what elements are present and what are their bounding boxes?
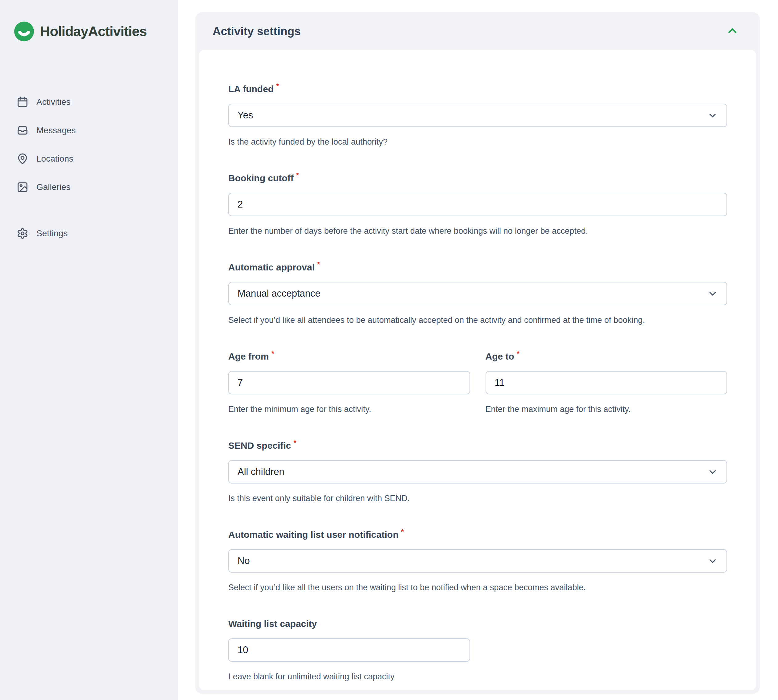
- map-pin-icon: [17, 153, 28, 165]
- calendar-icon: [17, 96, 28, 108]
- field-send-specific: SEND specific* All children Is this even…: [228, 438, 727, 504]
- field-label: SEND specific*: [228, 438, 727, 451]
- required-marker: *: [296, 171, 299, 180]
- chevron-down-icon: [707, 556, 718, 566]
- chevron-up-icon: [725, 24, 740, 39]
- field-booking-cutoff: Booking cutoff* Enter the number of days…: [228, 170, 727, 237]
- sidebar-item-label: Galleries: [37, 182, 70, 192]
- select-value: Yes: [237, 110, 253, 121]
- app-root: HolidayActivities Activities Messages Lo…: [0, 0, 778, 700]
- gear-icon: [17, 228, 28, 239]
- select-value: All children: [237, 466, 284, 477]
- required-marker: *: [401, 528, 404, 536]
- required-marker: *: [276, 82, 279, 90]
- booking-cutoff-input[interactable]: [228, 193, 727, 216]
- sidebar-item-label: Activities: [37, 97, 70, 107]
- field-waiting-list-notification: Automatic waiting list user notification…: [228, 527, 727, 593]
- field-age-to: Age to* Enter the maximum age for this a…: [486, 348, 728, 415]
- select-value: Manual acceptance: [237, 288, 321, 299]
- chevron-down-icon: [707, 288, 718, 299]
- chevron-down-icon: [707, 110, 718, 120]
- field-automatic-approval: Automatic approval* Manual acceptance Se…: [228, 259, 727, 326]
- required-marker: *: [293, 438, 296, 447]
- field-la-funded: LA funded* Yes Is the activity funded by…: [228, 81, 727, 147]
- field-label: Automatic approval*: [228, 259, 727, 273]
- field-waiting-list-capacity: Waiting list capacity Leave blank for un…: [228, 616, 727, 682]
- field-label: Automatic waiting list user notification…: [228, 527, 727, 540]
- sidebar-nav: Activities Messages Locations Galleries: [0, 88, 178, 248]
- field-helper: Enter the number of days before the acti…: [228, 225, 727, 237]
- age-range-row: Age from* Enter the minimum age for this…: [228, 348, 727, 415]
- panel-header: Activity settings: [195, 12, 760, 50]
- field-helper: Is this event only suitable for children…: [228, 493, 727, 504]
- panel-body: LA funded* Yes Is the activity funded by…: [199, 50, 756, 690]
- required-marker: *: [317, 260, 320, 268]
- age-from-input[interactable]: [228, 371, 470, 394]
- waiting-list-capacity-input[interactable]: [228, 638, 470, 662]
- automatic-approval-select[interactable]: Manual acceptance: [228, 282, 727, 305]
- chevron-down-icon: [707, 467, 718, 477]
- field-label: Booking cutoff*: [228, 170, 727, 183]
- field-helper: Leave blank for unlimited waiting list c…: [228, 671, 727, 682]
- sidebar-item-label: Settings: [37, 228, 68, 238]
- collapse-panel-button[interactable]: [723, 21, 742, 41]
- waiting-list-notification-select[interactable]: No: [228, 549, 727, 573]
- field-label: Age to*: [486, 348, 728, 362]
- sidebar-item-activities[interactable]: Activities: [0, 88, 178, 116]
- required-marker: *: [272, 349, 274, 358]
- required-marker: *: [517, 349, 519, 358]
- brand-name: HolidayActivities: [40, 23, 147, 40]
- sidebar-item-label: Locations: [37, 154, 73, 164]
- image-icon: [17, 181, 28, 193]
- sidebar-item-messages[interactable]: Messages: [0, 116, 178, 145]
- select-value: No: [237, 555, 250, 567]
- sidebar-item-locations[interactable]: Locations: [0, 145, 178, 173]
- send-specific-select[interactable]: All children: [228, 460, 727, 483]
- field-helper: Enter the minimum age for this activity.: [228, 404, 470, 415]
- field-label: Age from*: [228, 348, 470, 362]
- sidebar-item-galleries[interactable]: Galleries: [0, 173, 178, 202]
- age-to-input[interactable]: [486, 371, 728, 394]
- smile-icon: [14, 22, 34, 41]
- sidebar-item-label: Messages: [37, 125, 76, 135]
- la-funded-select[interactable]: Yes: [228, 103, 727, 127]
- field-helper: Is the activity funded by the local auth…: [228, 136, 727, 147]
- inbox-icon: [17, 125, 28, 136]
- field-age-from: Age from* Enter the minimum age for this…: [228, 348, 470, 415]
- main-content: Activity settings LA funded* Yes: [178, 0, 778, 700]
- field-helper: Select if you’d like all the users on th…: [228, 582, 727, 593]
- field-helper: Select if you’d like all attendees to be…: [228, 315, 727, 326]
- brand-logo: HolidayActivities: [0, 22, 178, 41]
- field-label: Waiting list capacity: [228, 616, 727, 629]
- panel-title: Activity settings: [212, 25, 301, 38]
- sidebar-item-settings[interactable]: Settings: [0, 219, 178, 248]
- field-helper: Enter the maximum age for this activity.: [486, 404, 728, 415]
- field-label: LA funded*: [228, 81, 727, 94]
- sidebar: HolidayActivities Activities Messages Lo…: [0, 0, 178, 700]
- activity-settings-panel: Activity settings LA funded* Yes: [195, 12, 760, 694]
